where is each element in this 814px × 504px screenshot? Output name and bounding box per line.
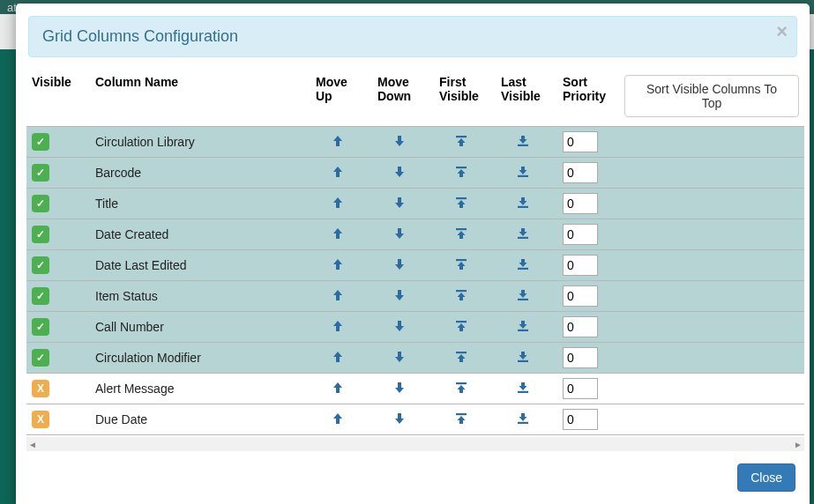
move-up-icon[interactable] — [331, 319, 352, 333]
move-down-icon[interactable] — [392, 411, 414, 426]
last-visible-icon[interactable] — [516, 381, 537, 395]
svg-rect-16 — [456, 382, 467, 384]
svg-rect-0 — [456, 136, 467, 137]
move-up-icon[interactable] — [331, 381, 352, 395]
move-up-icon[interactable] — [331, 257, 352, 271]
move-down-icon[interactable] — [392, 350, 414, 364]
table-row: ✓Date Created — [26, 219, 804, 250]
move-up-icon[interactable] — [331, 165, 352, 179]
move-up-icon[interactable] — [331, 226, 352, 241]
move-down-icon[interactable] — [392, 134, 414, 148]
sort-priority-input[interactable] — [563, 255, 598, 276]
column-name-cell: Title — [90, 189, 310, 219]
move-up-icon[interactable] — [331, 196, 352, 210]
svg-rect-7 — [518, 236, 528, 238]
svg-rect-12 — [456, 321, 467, 322]
first-visible-icon[interactable] — [454, 257, 475, 271]
modal-title-panel: Grid Columns Configuration × — [28, 16, 797, 57]
svg-rect-15 — [518, 359, 528, 361]
visible-toggle[interactable]: X — [32, 380, 49, 397]
move-down-icon[interactable] — [392, 226, 414, 241]
close-icon[interactable]: × — [776, 22, 788, 41]
last-visible-icon[interactable] — [516, 226, 537, 241]
last-visible-icon[interactable] — [516, 288, 537, 302]
last-visible-icon[interactable] — [516, 165, 537, 179]
first-visible-icon[interactable] — [454, 411, 475, 426]
table-row: ✓Title — [26, 189, 804, 219]
move-down-icon[interactable] — [392, 257, 414, 271]
modal-footer: Close — [16, 453, 810, 504]
header-first-visible: First Visible — [434, 70, 496, 127]
sort-priority-input[interactable] — [563, 224, 598, 245]
first-visible-icon[interactable] — [454, 165, 475, 179]
grid-columns-modal: Grid Columns Configuration × Visible Col… — [16, 4, 810, 504]
last-visible-icon[interactable] — [516, 319, 537, 333]
column-name-cell: Call Number — [90, 312, 310, 343]
svg-rect-4 — [456, 197, 467, 199]
column-name-cell: Barcode — [90, 158, 310, 189]
table-row: ✓Barcode — [26, 158, 804, 189]
visible-toggle[interactable]: ✓ — [32, 195, 49, 212]
column-name-cell: Date Created — [90, 219, 310, 250]
svg-rect-13 — [518, 329, 528, 330]
move-down-icon[interactable] — [392, 288, 414, 302]
sort-priority-input[interactable] — [563, 193, 598, 214]
visible-toggle[interactable]: X — [32, 411, 49, 428]
sort-priority-input[interactable] — [563, 285, 598, 307]
columns-scroll-area[interactable]: Visible Column Name Move Up Move Down Fi… — [26, 70, 804, 437]
modal-body: Visible Column Name Move Up Move Down Fi… — [16, 70, 810, 453]
first-visible-icon[interactable] — [454, 319, 475, 333]
sort-priority-input[interactable] — [563, 162, 598, 183]
visible-toggle[interactable]: ✓ — [32, 164, 49, 182]
svg-rect-19 — [518, 421, 528, 423]
header-column-name: Column Name — [90, 70, 310, 127]
table-row: ✓Item Status — [26, 281, 804, 312]
column-name-cell: Date Last Edited — [90, 250, 310, 281]
first-visible-icon[interactable] — [454, 196, 475, 210]
move-up-icon[interactable] — [331, 350, 352, 364]
svg-rect-18 — [456, 413, 467, 415]
header-sort-priority: Sort Priority — [557, 70, 619, 127]
sort-priority-input[interactable] — [563, 378, 598, 399]
visible-toggle[interactable]: ✓ — [32, 226, 49, 243]
visible-toggle[interactable]: ✓ — [32, 256, 49, 274]
modal-title: Grid Columns Configuration — [42, 27, 238, 45]
visible-toggle[interactable]: ✓ — [32, 349, 49, 367]
svg-rect-17 — [518, 390, 528, 392]
column-name-cell: Circulation Library — [90, 127, 310, 158]
last-visible-icon[interactable] — [516, 411, 537, 426]
horizontal-scrollbar[interactable]: ◄► — [26, 437, 804, 451]
table-row: ✓Circulation Library — [26, 127, 804, 158]
last-visible-icon[interactable] — [516, 257, 537, 271]
visible-toggle[interactable]: ✓ — [32, 318, 49, 336]
last-visible-icon[interactable] — [516, 196, 537, 210]
sort-visible-to-top-button[interactable]: Sort Visible Columns To Top — [624, 75, 799, 117]
svg-rect-8 — [456, 259, 467, 261]
first-visible-icon[interactable] — [454, 381, 475, 395]
svg-rect-3 — [518, 174, 528, 176]
move-down-icon[interactable] — [392, 165, 414, 179]
move-up-icon[interactable] — [331, 411, 352, 426]
first-visible-icon[interactable] — [454, 226, 475, 241]
last-visible-icon[interactable] — [516, 134, 537, 148]
table-row: XAlert Message — [26, 374, 804, 404]
move-down-icon[interactable] — [392, 319, 414, 333]
close-button[interactable]: Close — [737, 463, 795, 492]
svg-rect-5 — [518, 205, 528, 207]
sort-priority-input[interactable] — [563, 316, 598, 337]
first-visible-icon[interactable] — [454, 134, 475, 148]
move-up-icon[interactable] — [331, 134, 352, 148]
visible-toggle[interactable]: ✓ — [32, 287, 49, 305]
sort-priority-input[interactable] — [563, 131, 598, 152]
modal-header: Grid Columns Configuration × — [16, 4, 810, 70]
first-visible-icon[interactable] — [454, 288, 475, 302]
move-down-icon[interactable] — [392, 381, 414, 395]
first-visible-icon[interactable] — [454, 350, 475, 364]
visible-toggle[interactable]: ✓ — [32, 133, 49, 151]
sort-priority-input[interactable] — [563, 409, 598, 430]
sort-priority-input[interactable] — [563, 347, 598, 368]
last-visible-icon[interactable] — [516, 350, 537, 364]
move-down-icon[interactable] — [392, 196, 414, 210]
move-up-icon[interactable] — [331, 288, 352, 302]
svg-rect-1 — [518, 144, 528, 145]
